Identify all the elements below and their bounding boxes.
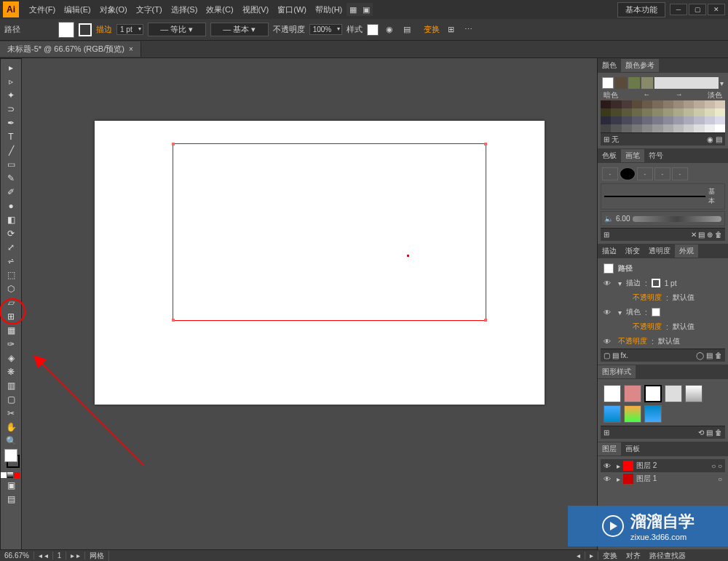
brush-size[interactable]: 🔈6.00 xyxy=(601,211,725,226)
transform-tab[interactable]: 变换 xyxy=(598,551,622,561)
graphic-styles-tab[interactable]: 图形样式 xyxy=(598,365,636,378)
graphic-style-item[interactable] xyxy=(685,385,703,402)
hand-tool[interactable]: ✋ xyxy=(1,420,21,434)
appearance-options-icon[interactable]: ◯ ▤ 🗑 xyxy=(696,351,722,359)
color-guide-tab[interactable]: 颜色参考 xyxy=(621,59,659,72)
brush-preset[interactable] xyxy=(620,167,636,180)
blob-brush-tool[interactable]: ● xyxy=(1,199,21,212)
stroke-label[interactable]: 描边 xyxy=(96,24,112,35)
direct-selection-tool[interactable]: ▹ xyxy=(1,74,21,88)
stroke-weight-input[interactable]: 1 pt xyxy=(116,24,143,35)
type-tool[interactable]: T xyxy=(1,130,21,143)
fill-stroke-swatches[interactable] xyxy=(1,447,21,469)
arrange-docs-icon[interactable]: ▦ xyxy=(347,3,360,16)
extras-icon[interactable]: ⋯ xyxy=(462,23,475,36)
menu-object[interactable]: 对象(O) xyxy=(95,4,132,15)
page-input[interactable]: 1 xyxy=(53,552,67,560)
color-mode-row[interactable] xyxy=(1,472,21,478)
eyedropper-tool[interactable]: ✑ xyxy=(1,337,21,351)
selection-tool[interactable]: ▸ xyxy=(1,60,21,74)
column-graph-tool[interactable]: ▥ xyxy=(1,378,21,392)
magic-wand-tool[interactable]: ✦ xyxy=(1,88,21,102)
brush-preset[interactable]: · xyxy=(654,167,670,180)
profile-dropdown[interactable]: — 等比 ▾ xyxy=(148,23,206,36)
canvas-area[interactable] xyxy=(22,58,597,561)
brushes-tab[interactable]: 画笔 xyxy=(621,149,644,162)
line-tool[interactable]: ╱ xyxy=(1,143,21,157)
screen-mode2-tool[interactable]: ▤ xyxy=(1,492,21,506)
zoom-input[interactable]: 66.67% xyxy=(0,552,34,560)
color-guide-swatches[interactable] xyxy=(601,100,725,132)
rectangle-tool[interactable]: ▭ xyxy=(1,157,21,171)
paintbrush-tool[interactable]: ✎ xyxy=(1,171,21,185)
graphic-style-item[interactable] xyxy=(665,385,682,402)
graphic-style-item[interactable] xyxy=(644,405,662,423)
free-transform-tool[interactable]: ⬚ xyxy=(1,268,21,282)
zoom-tool[interactable]: 🔍 xyxy=(1,434,21,447)
color-guide-menu-icon[interactable]: ◉ ▤ xyxy=(707,135,722,143)
graphic-style-item[interactable] xyxy=(644,385,662,402)
align-icon[interactable]: ▤ xyxy=(400,23,414,36)
eye-icon[interactable]: 👁 xyxy=(604,475,614,483)
graphic-style-item[interactable] xyxy=(624,385,641,402)
close-button[interactable]: ✕ xyxy=(708,4,725,15)
isolate-icon[interactable]: ⊞ xyxy=(444,23,457,36)
minimize-button[interactable]: ─ xyxy=(670,4,687,15)
swatches-tab[interactable]: 色板 xyxy=(598,149,621,162)
pen-tool[interactable]: ✒ xyxy=(1,116,21,130)
menu-type[interactable]: 文字(T) xyxy=(132,4,167,15)
maximize-button[interactable]: ▢ xyxy=(689,4,706,15)
brush-options-icon[interactable]: ✕ ▤ ⊕ 🗑 xyxy=(691,231,722,239)
brush-basic[interactable]: 基本 xyxy=(601,183,725,210)
shape-builder-tool[interactable]: ⬡ xyxy=(1,282,21,295)
eye-icon[interactable]: 👁 xyxy=(604,309,614,317)
fill-swatch[interactable] xyxy=(58,22,74,38)
appearance-panel-tab[interactable]: 外观 xyxy=(675,244,698,258)
layer-row[interactable]: 👁▸图层 1○ xyxy=(601,472,725,485)
transparency-panel-tab[interactable]: 透明度 xyxy=(644,244,675,258)
graphic-style-item[interactable] xyxy=(624,405,641,423)
align-tab[interactable]: 对齐 xyxy=(622,551,645,561)
styles-options-icon[interactable]: ⟲ ▤ 🗑 xyxy=(698,429,722,437)
gradient-tool[interactable]: ▦ xyxy=(1,323,21,337)
width-tool[interactable]: ⩫ xyxy=(1,254,21,268)
brush-preset[interactable]: · xyxy=(637,167,653,180)
artboard[interactable] xyxy=(95,121,545,405)
menu-select[interactable]: 选择(S) xyxy=(167,4,202,15)
pencil-tool[interactable]: ✐ xyxy=(1,185,21,199)
symbol-sprayer-tool[interactable]: ❋ xyxy=(1,365,21,378)
selected-rectangle[interactable] xyxy=(173,143,486,321)
stroke-swatch[interactable] xyxy=(79,23,92,36)
stroke-panel-tab[interactable]: 描边 xyxy=(598,244,621,258)
style-label[interactable]: 样式 xyxy=(347,24,363,35)
blend-tool[interactable]: ◈ xyxy=(1,351,21,365)
eye-icon[interactable]: 👁 xyxy=(604,279,614,287)
menu-effect[interactable]: 效果(C) xyxy=(202,4,237,15)
graphic-style-item[interactable] xyxy=(604,405,621,423)
menu-file[interactable]: 文件(F) xyxy=(25,4,60,15)
styles-libraries-icon[interactable]: ⊞ xyxy=(604,429,609,437)
color-tab[interactable]: 颜色 xyxy=(598,59,621,72)
brush-libraries-icon[interactable]: ⊞ xyxy=(604,231,609,239)
workspace-switcher[interactable]: 基本功能 xyxy=(617,2,665,17)
slice-tool[interactable]: ✂ xyxy=(1,406,21,420)
style-swatch[interactable] xyxy=(367,24,379,36)
mesh-tool[interactable]: ⊞ xyxy=(1,309,21,323)
rotate-tool[interactable]: ⟳ xyxy=(1,226,21,240)
screen-mode-tool[interactable]: ▣ xyxy=(1,478,21,492)
menu-view[interactable]: 视图(V) xyxy=(238,4,274,15)
lasso-tool[interactable]: ⊃ xyxy=(1,102,21,116)
artboard-tool[interactable]: ▢ xyxy=(1,392,21,406)
recolor-icon[interactable]: ◉ xyxy=(383,23,396,36)
menu-edit[interactable]: 编辑(E) xyxy=(60,4,95,15)
eye-icon[interactable]: 👁 xyxy=(604,462,614,470)
layers-tab[interactable]: 图层 xyxy=(598,442,621,455)
close-tab-icon[interactable]: × xyxy=(129,45,133,53)
symbols-tab[interactable]: 符号 xyxy=(644,149,668,162)
eraser-tool[interactable]: ◧ xyxy=(1,212,21,226)
gradient-panel-tab[interactable]: 渐变 xyxy=(621,244,644,258)
scale-tool[interactable]: ⤢ xyxy=(1,240,21,254)
brush-preset[interactable]: · xyxy=(602,167,618,180)
menu-window[interactable]: 窗口(W) xyxy=(273,4,311,15)
menu-help[interactable]: 帮助(H) xyxy=(311,4,347,15)
